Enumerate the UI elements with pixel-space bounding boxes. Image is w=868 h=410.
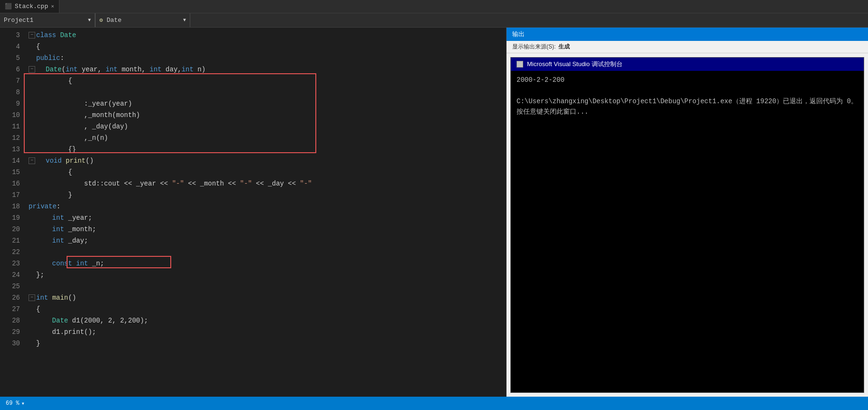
project-dropdown-label: Project1: [4, 17, 33, 24]
console-icon: [517, 61, 523, 68]
scope-icon: ⚙: [99, 17, 103, 24]
scope-dropdown-label: Date: [107, 17, 121, 24]
output-header: 输出: [507, 28, 868, 41]
status-bar: 69 % ▾: [0, 397, 868, 410]
code-line-9: :_year(year): [24, 98, 506, 109]
code-line-19: int _year;: [24, 212, 506, 224]
tab-bar: ⬛ Stack.cpp ×: [0, 0, 868, 13]
code-line-21: int _day;: [24, 235, 506, 246]
console-line-2: [517, 85, 858, 96]
code-line-22: [24, 246, 506, 258]
console-line-1: 2000-2-2-200: [517, 75, 858, 85]
nav-bar: Project1 ▼ ⚙ Date ▼: [0, 13, 868, 28]
code-line-12: ,_n(n): [24, 132, 506, 144]
code-line-25: [24, 281, 506, 292]
tab-icon: ⬛: [5, 3, 12, 10]
code-line-23: const int _n;: [24, 258, 506, 269]
line-numbers: 3 4 5 6 7 8 9 10 11 12 13 14 15 16 17 18…: [0, 28, 24, 397]
collapse-btn-14[interactable]: −: [29, 157, 35, 164]
code-line-26: − int main (): [24, 292, 506, 303]
code-line-13: {}: [24, 144, 506, 155]
output-source-label: 显示输出来源(S):: [512, 43, 556, 51]
tab-stack-cpp[interactable]: ⬛ Stack.cpp ×: [0, 0, 59, 13]
kw-class: class: [36, 29, 56, 41]
code-line-8: [24, 87, 506, 98]
zoom-control[interactable]: 69 % ▾: [6, 400, 25, 407]
console-line-4: 按任意键关闭此窗口...: [517, 107, 858, 117]
zoom-level: 69 %: [6, 400, 20, 407]
collapse-btn-26[interactable]: −: [29, 294, 35, 301]
console-content: 2000-2-2-200 C:\Users\zhangxing\Desktop\…: [511, 71, 864, 392]
code-line-4: {: [24, 41, 506, 52]
scope-dropdown[interactable]: ⚙ Date ▼: [95, 13, 190, 27]
code-line-27: {: [24, 303, 506, 315]
code-line-14: − void print (): [24, 155, 506, 166]
code-line-15: {: [24, 166, 506, 178]
scope-dropdown-arrow: ▼: [183, 18, 186, 23]
collapse-btn-6[interactable]: −: [29, 66, 35, 73]
collapse-btn-3[interactable]: −: [29, 32, 35, 39]
tab-close-button[interactable]: ×: [51, 4, 54, 10]
console-title: Microsoft Visual Studio 调试控制台: [527, 60, 623, 68]
code-content: 3 4 5 6 7 8 9 10 11 12 13 14 15 16 17 18…: [0, 28, 506, 397]
code-line-24: };: [24, 269, 506, 281]
main-area: 3 4 5 6 7 8 9 10 11 12 13 14 15 16 17 18…: [0, 28, 868, 397]
output-source-value: 生成: [558, 43, 570, 51]
output-source-bar: 显示输出来源(S): 生成: [507, 41, 868, 53]
code-lines: − class Date { public : −: [24, 28, 506, 397]
code-line-5: public :: [24, 52, 506, 64]
code-line-7: {: [24, 75, 506, 87]
code-line-28: Date d1(2000, 2, 2,200);: [24, 315, 506, 326]
code-editor[interactable]: 3 4 5 6 7 8 9 10 11 12 13 14 15 16 17 18…: [0, 28, 507, 397]
output-title: 输出: [512, 30, 525, 39]
code-line-6: − Date ( int year, int month, int day, i…: [24, 64, 506, 75]
console-window: Microsoft Visual Studio 调试控制台 2000-2-2-2…: [510, 57, 864, 393]
code-line-30: }: [24, 338, 506, 349]
code-line-17: }: [24, 189, 506, 201]
code-line-3: − class Date: [24, 29, 506, 41]
right-panel: 输出 显示输出来源(S): 生成 Microsoft Visual Studio…: [507, 28, 868, 397]
code-line-10: ,_month(month): [24, 109, 506, 121]
zoom-down-arrow: ▾: [21, 400, 25, 407]
code-line-16: std::cout << _year << "-" << _month << "…: [24, 178, 506, 189]
project-dropdown[interactable]: Project1 ▼: [0, 13, 95, 27]
code-line-29: d1.print();: [24, 326, 506, 338]
code-line-18: private :: [24, 201, 506, 212]
class-name-date: Date: [60, 29, 76, 41]
project-dropdown-arrow: ▼: [88, 18, 91, 23]
code-line-20: int _month;: [24, 224, 506, 235]
console-title-bar: Microsoft Visual Studio 调试控制台: [511, 58, 864, 71]
console-line-3: C:\Users\zhangxing\Desktop\Project1\Debu…: [517, 96, 858, 107]
code-line-11: , _day(day): [24, 121, 506, 132]
tab-filename: Stack.cpp: [15, 3, 48, 10]
